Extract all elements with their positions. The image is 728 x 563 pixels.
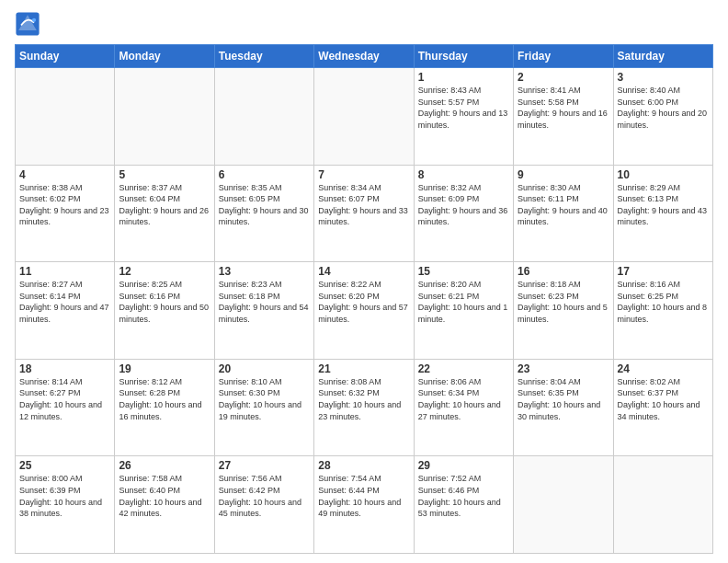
day-number: 3: [618, 71, 709, 84]
calendar-table: SundayMondayTuesdayWednesdayThursdayFrid…: [15, 44, 713, 554]
day-number: 26: [119, 459, 210, 472]
calendar-cell: 25Sunrise: 8:00 AMSunset: 6:39 PMDayligh…: [16, 456, 115, 554]
day-info: Sunrise: 8:02 AMSunset: 6:37 PMDaylight:…: [618, 376, 709, 422]
calendar-week-row: 11Sunrise: 8:27 AMSunset: 6:14 PMDayligh…: [16, 262, 713, 360]
day-number: 21: [318, 362, 409, 375]
calendar-week-row: 18Sunrise: 8:14 AMSunset: 6:27 PMDayligh…: [16, 359, 713, 456]
day-info: Sunrise: 8:29 AMSunset: 6:13 PMDaylight:…: [618, 182, 709, 228]
calendar-cell: 15Sunrise: 8:20 AMSunset: 6:21 PMDayligh…: [414, 262, 513, 360]
calendar-cell: 27Sunrise: 7:56 AMSunset: 6:42 PMDayligh…: [214, 456, 313, 554]
calendar-cell: 28Sunrise: 7:54 AMSunset: 6:44 PMDayligh…: [314, 456, 414, 554]
calendar-cell: 13Sunrise: 8:23 AMSunset: 6:18 PMDayligh…: [214, 262, 313, 360]
day-number: 5: [119, 168, 210, 181]
day-info: Sunrise: 8:30 AMSunset: 6:11 PMDaylight:…: [518, 182, 609, 228]
day-number: 1: [418, 71, 509, 84]
day-info: Sunrise: 7:52 AMSunset: 6:46 PMDaylight:…: [418, 473, 509, 519]
day-info: Sunrise: 8:08 AMSunset: 6:32 PMDaylight:…: [318, 376, 409, 422]
day-info: Sunrise: 8:41 AMSunset: 5:58 PMDaylight:…: [518, 85, 609, 131]
logo: [15, 11, 44, 37]
day-number: 24: [618, 362, 709, 375]
day-info: Sunrise: 8:34 AMSunset: 6:07 PMDaylight:…: [318, 182, 409, 228]
calendar-cell: 20Sunrise: 8:10 AMSunset: 6:30 PMDayligh…: [214, 359, 313, 456]
calendar-cell: 29Sunrise: 7:52 AMSunset: 6:46 PMDayligh…: [414, 456, 513, 554]
day-number: 25: [19, 459, 110, 472]
weekday-header-sunday: Sunday: [16, 45, 115, 68]
day-info: Sunrise: 7:54 AMSunset: 6:44 PMDaylight:…: [318, 473, 409, 519]
weekday-header-saturday: Saturday: [613, 45, 712, 68]
day-info: Sunrise: 8:12 AMSunset: 6:28 PMDaylight:…: [119, 376, 210, 422]
weekday-header-friday: Friday: [514, 45, 613, 68]
day-number: 14: [318, 265, 409, 278]
calendar-cell: [16, 68, 115, 166]
day-number: 15: [418, 265, 509, 278]
day-number: 23: [518, 362, 609, 375]
day-info: Sunrise: 8:40 AMSunset: 6:00 PMDaylight:…: [618, 85, 709, 131]
page: SundayMondayTuesdayWednesdayThursdayFrid…: [0, 0, 728, 563]
calendar-cell: 16Sunrise: 8:18 AMSunset: 6:23 PMDayligh…: [514, 262, 613, 360]
day-number: 6: [219, 168, 310, 181]
calendar-cell: 17Sunrise: 8:16 AMSunset: 6:25 PMDayligh…: [613, 262, 712, 360]
day-number: 27: [219, 459, 310, 472]
day-number: 4: [19, 168, 110, 181]
calendar-week-row: 25Sunrise: 8:00 AMSunset: 6:39 PMDayligh…: [16, 456, 713, 554]
calendar-week-row: 4Sunrise: 8:38 AMSunset: 6:02 PMDaylight…: [16, 165, 713, 262]
day-number: 12: [119, 265, 210, 278]
day-info: Sunrise: 8:04 AMSunset: 6:35 PMDaylight:…: [518, 376, 609, 422]
calendar-cell: 14Sunrise: 8:22 AMSunset: 6:20 PMDayligh…: [314, 262, 414, 360]
day-number: 28: [318, 459, 409, 472]
day-info: Sunrise: 8:10 AMSunset: 6:30 PMDaylight:…: [219, 376, 310, 422]
calendar-week-row: 1Sunrise: 8:43 AMSunset: 5:57 PMDaylight…: [16, 68, 713, 166]
calendar-cell: 8Sunrise: 8:32 AMSunset: 6:09 PMDaylight…: [414, 165, 513, 262]
day-info: Sunrise: 8:27 AMSunset: 6:14 PMDaylight:…: [19, 279, 110, 325]
day-info: Sunrise: 8:14 AMSunset: 6:27 PMDaylight:…: [19, 376, 110, 422]
day-number: 20: [219, 362, 310, 375]
day-info: Sunrise: 8:23 AMSunset: 6:18 PMDaylight:…: [219, 279, 310, 325]
day-info: Sunrise: 8:25 AMSunset: 6:16 PMDaylight:…: [119, 279, 210, 325]
day-number: 18: [19, 362, 110, 375]
weekday-header-monday: Monday: [115, 45, 214, 68]
calendar-cell: 9Sunrise: 8:30 AMSunset: 6:11 PMDaylight…: [514, 165, 613, 262]
day-number: 17: [618, 265, 709, 278]
day-number: 2: [518, 71, 609, 84]
calendar-cell: [214, 68, 313, 166]
calendar-cell: 26Sunrise: 7:58 AMSunset: 6:40 PMDayligh…: [115, 456, 214, 554]
calendar-cell: [115, 68, 214, 166]
svg-point-2: [32, 18, 36, 22]
calendar-cell: [613, 456, 712, 554]
day-info: Sunrise: 8:22 AMSunset: 6:20 PMDaylight:…: [318, 279, 409, 325]
day-info: Sunrise: 8:35 AMSunset: 6:05 PMDaylight:…: [219, 182, 310, 228]
calendar-cell: 19Sunrise: 8:12 AMSunset: 6:28 PMDayligh…: [115, 359, 214, 456]
header: [15, 11, 713, 37]
weekday-header-wednesday: Wednesday: [314, 45, 414, 68]
day-number: 22: [418, 362, 509, 375]
weekday-header-tuesday: Tuesday: [214, 45, 313, 68]
calendar-header-row: SundayMondayTuesdayWednesdayThursdayFrid…: [16, 45, 713, 68]
day-number: 13: [219, 265, 310, 278]
day-number: 8: [418, 168, 509, 181]
day-info: Sunrise: 8:37 AMSunset: 6:04 PMDaylight:…: [119, 182, 210, 228]
day-info: Sunrise: 8:00 AMSunset: 6:39 PMDaylight:…: [19, 473, 110, 519]
day-info: Sunrise: 8:38 AMSunset: 6:02 PMDaylight:…: [19, 182, 110, 228]
day-number: 9: [518, 168, 609, 181]
day-info: Sunrise: 8:43 AMSunset: 5:57 PMDaylight:…: [418, 85, 509, 131]
day-info: Sunrise: 8:20 AMSunset: 6:21 PMDaylight:…: [418, 279, 509, 325]
calendar-cell: 5Sunrise: 8:37 AMSunset: 6:04 PMDaylight…: [115, 165, 214, 262]
weekday-header-thursday: Thursday: [414, 45, 513, 68]
calendar-cell: 21Sunrise: 8:08 AMSunset: 6:32 PMDayligh…: [314, 359, 414, 456]
calendar-cell: 23Sunrise: 8:04 AMSunset: 6:35 PMDayligh…: [514, 359, 613, 456]
calendar-cell: [514, 456, 613, 554]
calendar-cell: 3Sunrise: 8:40 AMSunset: 6:00 PMDaylight…: [613, 68, 712, 166]
calendar-cell: 24Sunrise: 8:02 AMSunset: 6:37 PMDayligh…: [613, 359, 712, 456]
calendar-cell: 22Sunrise: 8:06 AMSunset: 6:34 PMDayligh…: [414, 359, 513, 456]
calendar-cell: 4Sunrise: 8:38 AMSunset: 6:02 PMDaylight…: [16, 165, 115, 262]
calendar-cell: 11Sunrise: 8:27 AMSunset: 6:14 PMDayligh…: [16, 262, 115, 360]
day-info: Sunrise: 7:56 AMSunset: 6:42 PMDaylight:…: [219, 473, 310, 519]
day-info: Sunrise: 8:16 AMSunset: 6:25 PMDaylight:…: [618, 279, 709, 325]
calendar-cell: [314, 68, 414, 166]
day-number: 29: [418, 459, 509, 472]
calendar-cell: 6Sunrise: 8:35 AMSunset: 6:05 PMDaylight…: [214, 165, 313, 262]
day-number: 7: [318, 168, 409, 181]
calendar-cell: 1Sunrise: 8:43 AMSunset: 5:57 PMDaylight…: [414, 68, 513, 166]
generalblue-logo-icon: [15, 11, 40, 37]
day-info: Sunrise: 8:06 AMSunset: 6:34 PMDaylight:…: [418, 376, 509, 422]
